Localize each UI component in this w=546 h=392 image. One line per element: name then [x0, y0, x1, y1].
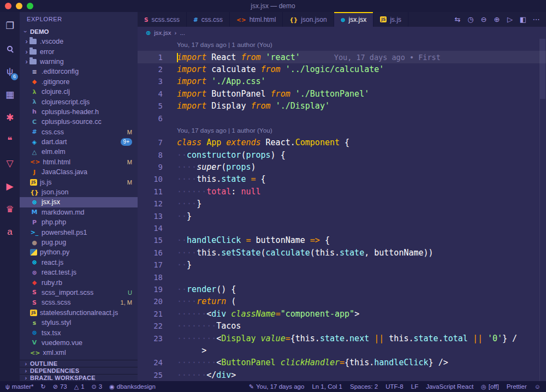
- code-line[interactable]: 7class App extends React.Component {: [138, 136, 546, 149]
- tree-file-markdown.md[interactable]: Mmarkdown.md: [20, 207, 138, 217]
- scrollbar[interactable]: [539, 39, 546, 381]
- tree-file-scss.scss[interactable]: Sscss.scss1, M: [20, 298, 138, 307]
- compare-changes-icon[interactable]: ⇆: [451, 15, 464, 23]
- code-line[interactable]: 11······total: null: [138, 186, 546, 198]
- extensions-icon[interactable]: ▦: [0, 83, 20, 106]
- code-line[interactable]: 24········<ButtonPanel clickHandler={thi…: [138, 357, 546, 369]
- code-line[interactable]: 17··}: [138, 259, 546, 271]
- code-line[interactable]: 20····return (: [138, 295, 546, 307]
- code-line[interactable]: 19··render() {: [138, 283, 546, 295]
- tree-file-js.js[interactable]: JSjs.jsM: [20, 177, 138, 187]
- tree-file-cplusplus-source.cc[interactable]: Ccplusplus-source.cc: [20, 117, 138, 127]
- tree-file-php.php[interactable]: Pphp.php: [20, 217, 138, 227]
- search-icon[interactable]: [0, 37, 20, 60]
- code-line[interactable]: 18: [138, 271, 546, 283]
- status-gitlens-blame[interactable]: ✎You, 17 days ago: [249, 383, 305, 390]
- explorer-icon[interactable]: ❐: [0, 14, 20, 37]
- zoom-window-button[interactable]: [27, 3, 33, 9]
- section-outline[interactable]: ›OUTLINE: [20, 360, 138, 367]
- run-file-icon[interactable]: ▷: [503, 15, 517, 23]
- section-dependencies[interactable]: ›DEPENDENCIES: [20, 367, 138, 374]
- root-folder-demo[interactable]: › DEMO: [20, 26, 138, 37]
- code-line[interactable]: 2import calculate from '../logic/calcula…: [138, 63, 546, 75]
- tree-file-react.test.js[interactable]: ⊛react.test.js: [20, 268, 138, 277]
- more-actions-icon[interactable]: ⋯: [530, 15, 543, 23]
- code-line[interactable]: 12····}: [138, 198, 546, 210]
- status-git-branch[interactable]: ψmaster*: [5, 383, 33, 390]
- code-line[interactable]: 8··constructor(props) {: [138, 149, 546, 161]
- test-flask-icon[interactable]: ▽: [0, 152, 20, 175]
- codelens[interactable]: You, 17 days ago | 1 author (You): [138, 124, 546, 136]
- code-line[interactable]: 9····super(props): [138, 161, 546, 173]
- code-line[interactable]: 22········Tacos: [138, 320, 546, 332]
- tree-file-clojure.clj[interactable]: λclojure.clj: [20, 87, 138, 97]
- status-highlight-toggle[interactable]: ◎[off]: [481, 383, 499, 390]
- tree-file-python.py[interactable]: python.py: [20, 247, 138, 257]
- code-line[interactable]: 15··handleClick = buttonName => {: [138, 234, 546, 246]
- code-line[interactable]: >: [138, 345, 546, 357]
- status-cursor-position[interactable]: Ln 1, Col 1: [312, 383, 342, 390]
- code-line[interactable]: 1import React from 'react'You, 17 days a…: [138, 51, 546, 63]
- tree-file-statelessfunctionalreact.js[interactable]: JSstatelessfunctionalreact.js: [20, 308, 138, 318]
- tree-folder-warning[interactable]: ›warning: [20, 57, 138, 67]
- prev-change-icon[interactable]: ⊖: [477, 15, 490, 23]
- status-indentation[interactable]: Spaces: 2: [350, 383, 378, 390]
- tab-json.json[interactable]: {}json.json: [283, 12, 334, 27]
- tab-css.css[interactable]: #css.css: [187, 12, 230, 27]
- code-line[interactable]: 16····this.setState(calculate(this.state…: [138, 247, 546, 259]
- file-history-icon[interactable]: ◷: [464, 15, 477, 23]
- close-window-button[interactable]: [5, 3, 11, 9]
- status-formatter[interactable]: Prettier: [507, 383, 527, 390]
- status-live-share-account[interactable]: ◉dbanksdesign: [109, 383, 156, 390]
- scrollbar-slider[interactable]: [540, 39, 545, 99]
- tree-file-css.css[interactable]: #css.cssM: [20, 127, 138, 137]
- tree-file-html.html[interactable]: <>html.htmlM: [20, 157, 138, 167]
- status-encoding[interactable]: UTF-8: [385, 383, 403, 390]
- status-info[interactable]: ⊙3: [92, 383, 103, 390]
- breadcrumb-more[interactable]: ...: [180, 29, 185, 36]
- settings-gear-icon[interactable]: ✱: [0, 106, 20, 129]
- split-editor-icon[interactable]: ◧: [517, 15, 530, 23]
- next-change-icon[interactable]: ⊕: [490, 15, 503, 23]
- tree-file-scss_import.scss[interactable]: Sscss_import.scssU: [20, 288, 138, 298]
- tree-file-react.js[interactable]: ⊛react.js: [20, 258, 138, 268]
- tab-html.html[interactable]: <>html.html: [230, 12, 283, 27]
- status-language-mode[interactable]: JavaScript React: [426, 383, 473, 390]
- tree-file-vuedemo.vue[interactable]: Vvuedemo.vue: [20, 338, 138, 348]
- tree-file-.editorconfig[interactable]: ≡.editorconfig: [20, 67, 138, 76]
- tree-file-jsx.jsx[interactable]: ⊛jsx.jsx: [20, 197, 138, 207]
- tree-file-powershell.ps1[interactable]: >_powershell.ps1: [20, 227, 138, 237]
- tree-file-elm.elm[interactable]: △elm.elm: [20, 147, 138, 157]
- status-feedback[interactable]: ☺: [535, 383, 541, 390]
- tree-file-tsx.tsx[interactable]: ⊛tsx.tsx: [20, 328, 138, 337]
- tree-folder-.vscode[interactable]: ›.vscode: [20, 37, 138, 46]
- award-icon[interactable]: ♛: [0, 198, 20, 221]
- code-line[interactable]: 6: [138, 112, 546, 124]
- status-warnings[interactable]: △1: [74, 383, 85, 390]
- code-line[interactable]: 5import Display from './Display': [138, 100, 546, 112]
- tree-file-stylus.styl[interactable]: sstylus.styl: [20, 318, 138, 328]
- status-errors[interactable]: ⊘73: [53, 383, 67, 390]
- tree-file-ruby.rb[interactable]: ◆ruby.rb: [20, 277, 138, 287]
- run-circle-icon[interactable]: ▶: [0, 175, 20, 198]
- breadcrumb-file[interactable]: jsx.jsx: [154, 29, 171, 36]
- breadcrumb[interactable]: ⊛ jsx.jsx › ...: [138, 27, 546, 39]
- tree-file-cplusplus-header.h[interactable]: hcplusplus-header.h: [20, 107, 138, 117]
- status-sync[interactable]: ↻: [40, 383, 45, 390]
- section-brazil-workspace[interactable]: ›BRAZIL WORKSPACE: [20, 374, 138, 381]
- tree-file-clojurescript.cljs[interactable]: λclojurescript.cljs: [20, 97, 138, 106]
- tab-scss.scss[interactable]: Sscss.scss: [138, 12, 187, 27]
- tab-js.js[interactable]: JSjs.js: [373, 12, 408, 27]
- codelens[interactable]: You, 17 days ago | 1 author (You): [138, 39, 546, 51]
- code-line[interactable]: 23········<Display value={this.state.nex…: [138, 332, 546, 344]
- code-editor[interactable]: You, 17 days ago | 1 author (You)1import…: [138, 39, 546, 381]
- code-line[interactable]: 4import ButtonPanel from './ButtonPanel': [138, 88, 546, 100]
- tree-folder-error[interactable]: ›error: [20, 46, 138, 56]
- code-line[interactable]: 13··}: [138, 210, 546, 222]
- source-control-icon[interactable]: ψ6: [0, 60, 20, 83]
- tree-file-pug.pug[interactable]: ●pug.pug: [20, 237, 138, 247]
- code-line[interactable]: 10····this.state = {: [138, 173, 546, 185]
- tree-file-JavaClass.java[interactable]: JJavaClass.java: [20, 167, 138, 177]
- status-eol[interactable]: LF: [411, 383, 418, 390]
- code-line[interactable]: 3import './App.css': [138, 75, 546, 87]
